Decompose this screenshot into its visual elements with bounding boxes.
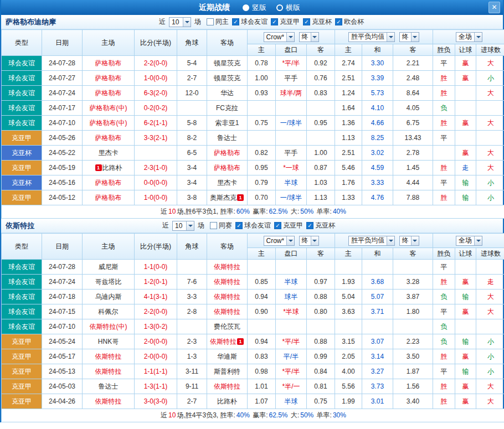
euro-odds-type-select[interactable]: 胜平负均值 [348,32,395,42]
goals-result-cell: 小 [476,190,504,205]
result-cell: 胜 [433,86,455,101]
chevron-down-icon [411,236,419,245]
filter-croatia-league[interactable]: ✓克亚甲 [274,221,303,230]
radio-selected-icon[interactable] [243,4,249,11]
filter-club-friendly[interactable]: ✓球会友谊 [235,221,271,230]
table-row: 克亚甲24-04-26依斯特拉3-0(3-0)2-7比路朴1.07半球0.751… [2,394,504,409]
result-header: 胜负 [433,44,455,56]
radio-unselected-icon[interactable] [276,4,283,11]
filter-same-competition[interactable]: 同赛 [210,221,232,230]
handicap-result-cell [455,86,476,101]
fullmatch-select[interactable]: 全场 [456,32,482,42]
euro-odds-time-select[interactable]: 终 [399,32,419,42]
type-badge: 克亚甲 [2,364,42,379]
asian-handicap-header: 盘口 [276,248,307,260]
euro-away-odds: 3.50 [393,349,433,364]
filter-croatia-cup[interactable]: ✓克亚杯 [306,221,335,230]
filter-croatia-league[interactable]: ✓克亚甲 [271,17,300,27]
type-badge: 克亚甲 [2,334,42,349]
result-cell: 胜 [433,349,455,364]
handicap-result-cell: 输 [455,364,476,379]
team-label: 比路朴 [217,397,237,405]
filter-same-home[interactable]: 同主 [207,17,229,27]
euro-away-odds: 7.88 [393,190,433,205]
filter-bar: 近 10 场 同赛✓球会友谊✓克亚甲✓克亚杯 [162,221,335,231]
checkbox-icon[interactable]: ✓ [232,18,239,25]
asian-away-odds: 0.97 [307,275,335,290]
fullmatch-select[interactable]: 全场 [456,236,482,246]
goals-result-cell [476,131,504,146]
filter-europa-conference[interactable]: ✓欧会杯 [335,17,364,27]
handicap-result-cell: 输 [455,175,476,190]
euro-odds-time-select[interactable]: 终 [399,236,419,246]
summary-segment: 10 [168,411,176,419]
summary-segment: 大: [289,208,300,215]
handicap-result-cell: 输 [455,290,476,304]
layout-horizontal-option[interactable]: 横版 [276,3,300,13]
euro-away-odds: 1.56 [393,379,433,394]
handicap-result-cell [455,131,476,146]
result-cell: 负 [433,319,455,334]
score-cell: 6-2(1-1) [135,116,177,131]
corner-cell: 2-7 [177,394,207,409]
checkbox-icon[interactable]: ✓ [303,18,310,25]
euro-draw-odds: 3.01 [362,394,393,409]
checkbox-icon[interactable]: ✓ [235,222,243,229]
checkbox-icon[interactable] [210,222,217,229]
odds-time-select[interactable]: 终 [299,236,319,246]
match-count-value: 10 [172,18,179,26]
euro-away-odds: 4.05 [393,101,433,116]
filter-club-friendly[interactable]: ✓球会友谊 [232,17,268,27]
asian-home-odds: 0.94 [248,290,276,304]
layout-vertical-option[interactable]: 竖版 [243,3,266,13]
odds-company-select[interactable]: Crow* [264,236,295,246]
team-label: 斯普利特 [214,368,240,375]
odds-time-select[interactable]: 终 [299,32,319,42]
odds-company-select[interactable]: Crow* [264,32,295,42]
score-cell: 0-0(0-0) [135,175,177,190]
asian-handicap: *半球 [276,304,307,319]
team-label: 科佩尔 [99,308,119,316]
goals-result-cell [476,101,504,116]
fullmatch-group-header: 全场 [433,234,504,248]
date-cell: 24-07-18 [42,290,83,304]
chevron-down-icon [387,236,394,245]
euro-odds-group-header: 胜平负均值 终 [335,234,433,248]
asian-away-odds [307,131,335,146]
table-row: 球会友谊24-07-28萨格勒布2-2(0-0)5-4顿星茨克0.78*平/半0… [2,56,504,71]
checkbox-icon[interactable]: ✓ [271,18,278,25]
match-count-select[interactable]: 10 [172,221,194,231]
checkbox-icon[interactable]: ✓ [306,222,313,229]
checkbox-icon[interactable]: ✓ [335,18,342,25]
euro-odds-type-select[interactable]: 胜平负均值 [348,236,395,246]
odds-company-value: Crow* [266,33,285,41]
close-button[interactable]: ✕ [488,2,500,13]
asian-handicap [276,319,307,334]
euro-home-odds: 2.51 [335,71,362,86]
score-cell: 6-3(2-0) [135,86,177,101]
checkbox-icon[interactable] [207,18,214,25]
checkbox-icon[interactable]: ✓ [274,222,281,229]
summary-segment: 60% [236,208,250,215]
home-team-cell: 1比路朴 [83,161,135,175]
summary-segment: 62.5% [269,411,288,419]
handicap-result-header: 让球 [455,44,476,56]
handicap-result-cell: 赢 [455,349,476,364]
type-badge: 球会友谊 [2,101,42,116]
filter-croatia-cup[interactable]: ✓克亚杯 [303,17,332,27]
match-count-select[interactable]: 10 [169,17,191,27]
results-table: 类型 日期 主场 比分(半场) 角球 客场 Crow* 终 胜平负均值 终 [1,233,504,422]
filter-label: 同主 [215,17,229,27]
home-team-cell: 萨格勒布(中) [83,101,135,116]
near-label: 近 [162,221,169,230]
asian-odds-group-header: Crow* 终 [248,30,335,44]
team-label: 华达 [220,89,234,97]
odds-time-value: 终 [302,236,308,245]
corner-cell: 2-7 [177,71,207,86]
date-cell: 24-05-03 [42,379,83,394]
asian-away-odds: 0.88 [307,290,335,304]
asian-handicap: *平/半 [276,56,307,71]
chevron-down-icon [311,236,318,245]
type-badge: 克亚甲 [2,161,42,175]
asian-handicap: 球半 [276,290,307,304]
